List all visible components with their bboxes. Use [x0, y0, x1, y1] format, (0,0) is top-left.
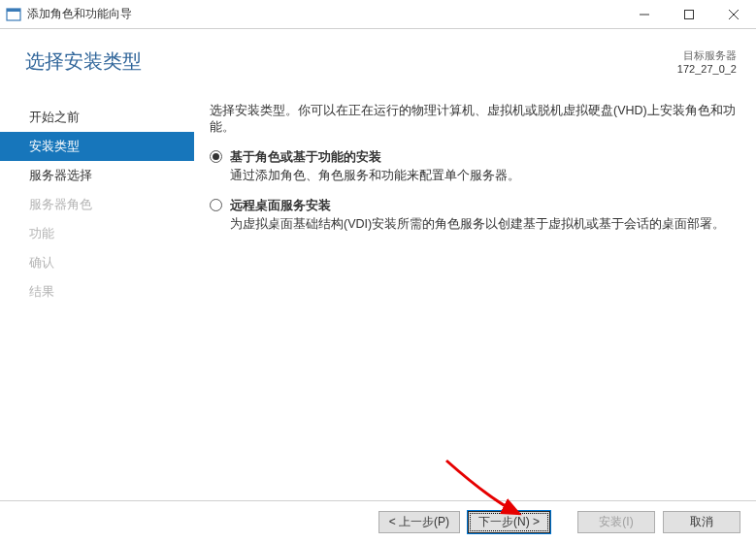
- previous-button[interactable]: < 上一步(P): [378, 511, 460, 533]
- target-label: 目标服务器: [677, 48, 737, 63]
- cancel-button[interactable]: 取消: [663, 511, 740, 533]
- maximize-button[interactable]: [667, 0, 711, 29]
- footer: < 上一步(P) 下一步(N) > 安装(I) 取消: [0, 500, 756, 542]
- option-title: 基于角色或基于功能的安装: [230, 149, 737, 166]
- install-button: 安装(I): [577, 511, 655, 533]
- window-controls: [622, 0, 756, 29]
- option-desc: 通过添加角色、角色服务和功能来配置单个服务器。: [230, 168, 737, 184]
- wizard-sidebar: 开始之前 安装类型 服务器选择 服务器角色 功能 确认 结果: [0, 97, 194, 500]
- svg-rect-3: [685, 10, 694, 18]
- minimize-button[interactable]: [622, 0, 667, 29]
- option-title: 远程桌面服务安装: [230, 198, 737, 214]
- window-title: 添加角色和功能向导: [27, 6, 622, 22]
- option-remote-desktop[interactable]: 远程桌面服务安装 为虚拟桌面基础结构(VDI)安装所需的角色服务以创建基于虚拟机…: [210, 198, 737, 233]
- sidebar-item-features: 功能: [0, 219, 194, 248]
- header: 选择安装类型 目标服务器 172_27_0_2: [0, 29, 756, 97]
- titlebar: 添加角色和功能向导: [0, 0, 756, 29]
- body: 开始之前 安装类型 服务器选择 服务器角色 功能 确认 结果 选择安装类型。你可…: [0, 97, 756, 500]
- sidebar-item-server-selection[interactable]: 服务器选择: [0, 161, 194, 190]
- sidebar-item-installation-type[interactable]: 安装类型: [0, 132, 194, 161]
- page-title: 选择安装类型: [25, 48, 142, 97]
- sidebar-item-confirmation: 确认: [0, 248, 194, 277]
- next-button[interactable]: 下一步(N) >: [468, 511, 550, 533]
- radio-icon[interactable]: [210, 150, 222, 163]
- target-server-info: 目标服务器 172_27_0_2: [677, 48, 737, 75]
- intro-text: 选择安装类型。你可以在正在运行的物理计算机、虚拟机或脱机虚拟硬盘(VHD)上安装…: [210, 103, 737, 136]
- target-server: 172_27_0_2: [677, 63, 737, 75]
- svg-rect-1: [7, 9, 20, 12]
- app-icon: [6, 7, 21, 22]
- radio-icon[interactable]: [210, 199, 222, 211]
- sidebar-item-before-you-begin[interactable]: 开始之前: [0, 103, 194, 132]
- close-button[interactable]: [711, 0, 756, 29]
- option-text: 远程桌面服务安装 为虚拟桌面基础结构(VDI)安装所需的角色服务以创建基于虚拟机…: [230, 198, 737, 233]
- sidebar-item-results: 结果: [0, 277, 194, 306]
- sidebar-item-server-roles: 服务器角色: [0, 190, 194, 219]
- option-text: 基于角色或基于功能的安装 通过添加角色、角色服务和功能来配置单个服务器。: [230, 149, 737, 184]
- content-pane: 选择安装类型。你可以在正在运行的物理计算机、虚拟机或脱机虚拟硬盘(VHD)上安装…: [194, 97, 756, 500]
- option-role-based[interactable]: 基于角色或基于功能的安装 通过添加角色、角色服务和功能来配置单个服务器。: [210, 149, 737, 184]
- option-desc: 为虚拟桌面基础结构(VDI)安装所需的角色服务以创建基于虚拟机或基于会话的桌面部…: [230, 216, 737, 233]
